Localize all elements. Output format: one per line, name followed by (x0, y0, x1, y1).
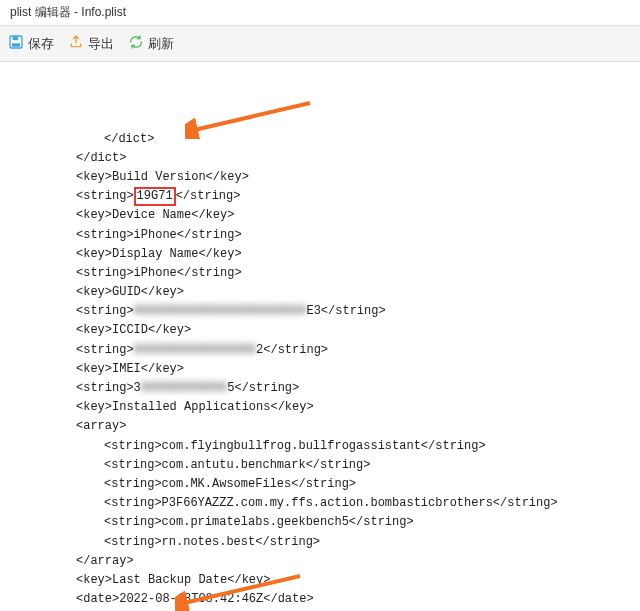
code-line: <string>iPhone</string> (0, 264, 640, 283)
code-line: <string>com.primatelabs.geekbench5</stri… (0, 513, 640, 532)
export-icon (68, 34, 84, 53)
code-line: <string>XXXXXXXXXXXXXXXXXXXXXXXXE3</stri… (0, 302, 640, 321)
window-title: plist 编辑器 - Info.plist (10, 5, 126, 19)
highlighted-value: 19G71 (134, 187, 176, 205)
code-line: <string>rn.notes.best</string> (0, 533, 640, 552)
refresh-label: 刷新 (148, 35, 174, 53)
code-line: </array> (0, 552, 640, 571)
code-line: <string>com.MK.AwsomeFiles</string> (0, 475, 640, 494)
refresh-button[interactable]: 刷新 (128, 34, 174, 53)
code-line: <key>Last Backup Date</key> (0, 571, 640, 590)
code-line: <key>Device Name</key> (0, 206, 640, 225)
code-line: <key>Build Version</key> (0, 168, 640, 187)
code-line: <string>com.antutu.benchmark</string> (0, 456, 640, 475)
code-line: <string>19G71</string> (0, 187, 640, 206)
export-button[interactable]: 导出 (68, 34, 114, 53)
code-line: </dict> (0, 130, 640, 149)
save-icon (8, 34, 24, 53)
redacted-text: XXXXXXXXXXXXXXXXXXXXXXXX (134, 302, 307, 321)
code-line: <array> (0, 417, 640, 436)
export-label: 导出 (88, 35, 114, 53)
svg-rect-1 (12, 43, 20, 46)
code-line: <string>com.flyingbullfrog.bullfrogassis… (0, 437, 640, 456)
code-line: <key>ICCID</key> (0, 321, 640, 340)
redacted-text: XXXXXXXXXXXXXXXXX (134, 341, 256, 360)
save-label: 保存 (28, 35, 54, 53)
code-line: </dict> (0, 149, 640, 168)
code-line: <key>GUID</key> (0, 283, 640, 302)
refresh-icon (128, 34, 144, 53)
code-line: <string>P3F66YAZZZ.com.my.ffs.action.bom… (0, 494, 640, 513)
save-button[interactable]: 保存 (8, 34, 54, 53)
toolbar: 保存 导出 刷新 (0, 26, 640, 62)
code-line: <key>Display Name</key> (0, 245, 640, 264)
code-line: <string>XXXXXXXXXXXXXXXXX2</string> (0, 341, 640, 360)
svg-line-3 (190, 103, 310, 131)
code-line: <string>iPhone</string> (0, 226, 640, 245)
window-titlebar: plist 编辑器 - Info.plist (0, 0, 640, 26)
code-line: <key>IMEI</key> (0, 360, 640, 379)
code-content[interactable]: </dict></dict><key>Build Version</key><s… (0, 62, 640, 611)
code-line: <date>2022-08-18T08:42:46Z</date> (0, 590, 640, 609)
code-line: <string>3XXXXXXXXXXXX5</string> (0, 379, 640, 398)
redacted-text: XXXXXXXXXXXX (141, 379, 227, 398)
svg-rect-2 (13, 37, 18, 40)
code-line: <key>Installed Applications</key> (0, 398, 640, 417)
